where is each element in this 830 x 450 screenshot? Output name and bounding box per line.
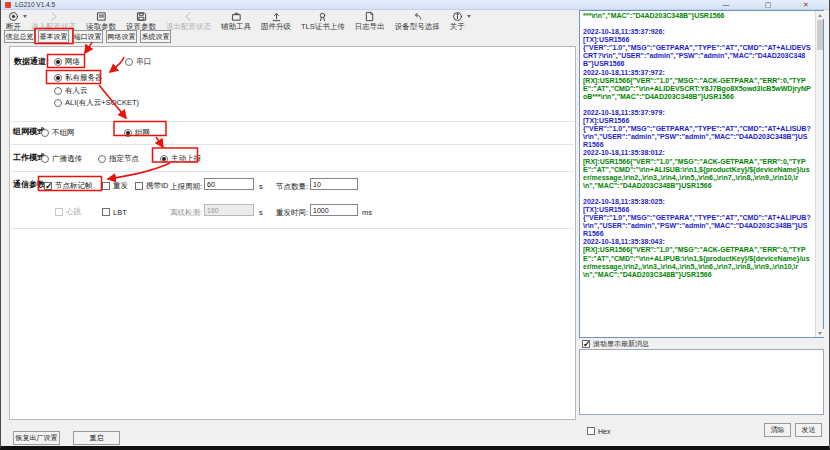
aux-tools-icon — [221, 11, 251, 22]
divider — [11, 121, 574, 122]
divider — [11, 144, 574, 145]
enter-config-icon — [31, 11, 76, 22]
log-entries: ***\r\n","MAC":"D4AD203C348B"}USR1566202… — [581, 11, 814, 337]
report-cycle-label: 上报周期: — [170, 182, 202, 192]
offline-detect-label: 离线检测: — [170, 208, 202, 218]
toolbar-item-disconnect[interactable]: 断开 — [3, 11, 24, 31]
clear-button[interactable]: 清除 — [764, 423, 791, 437]
app-icon — [5, 2, 11, 8]
scrollbar-down-icon[interactable] — [816, 329, 824, 337]
close-button[interactable]: ✕ — [787, 0, 825, 10]
hex-option[interactable]: Hex — [587, 427, 610, 435]
toolbar-item-about[interactable]: 关于 — [447, 11, 468, 31]
toolbar-item-firmware-upgrade[interactable]: 固件升级 — [258, 11, 294, 31]
maximize-button[interactable]: ▢ — [753, 0, 783, 10]
toolbar-item-device-model-select[interactable]: 设备型号选择 — [392, 11, 443, 31]
tab-network-settings[interactable]: 网络设置 — [106, 30, 137, 43]
firmware-upgrade-icon — [261, 11, 291, 22]
node-count-input[interactable] — [310, 178, 358, 190]
app-window: LG210 V1.4.5 — ▢ ✕ 断开进入配置状态读取参数设置参数退出配置状… — [0, 0, 830, 450]
autoscroll-label: 滚动显示最新消息 — [593, 339, 649, 349]
radio-no-mesh[interactable]: 不组网 — [41, 128, 75, 138]
read-params-icon — [86, 11, 116, 22]
report-cycle-input[interactable] — [204, 178, 254, 190]
log-entry: 2022-10-18,11:35:38:012: — [583, 149, 812, 157]
divider — [11, 171, 574, 172]
send-input[interactable] — [579, 349, 824, 415]
offline-detect-input — [204, 204, 254, 216]
toolbar-item-exit-config-state: 退出配置状态 — [163, 11, 214, 31]
radio-usr-cloud[interactable]: 有人云 — [54, 86, 88, 96]
toolbar-item-enter-config-state: 进入配置状态 — [28, 11, 79, 31]
window-titlebar: LG210 V1.4.5 — ▢ ✕ — [1, 0, 829, 10]
send-button[interactable]: 发送 — [795, 423, 822, 437]
log-entry: 2022-10-18,11:35:38:025: [TX]:USR1566 {"… — [583, 198, 812, 238]
minimize-button[interactable]: — — [711, 0, 741, 10]
form-panel: 数据通道: 组网模式: 工作模式: 通信参数: 网络串口 私有服务器有人云ALI… — [9, 46, 576, 420]
radio-active-report[interactable]: 主动上报 — [160, 154, 201, 164]
log-entry: [RX]:USR1566{"VER":"1.0","MSG":"ACK-GETP… — [583, 158, 812, 190]
autoscroll-option[interactable]: 滚动显示最新消息 — [582, 339, 649, 349]
log-entry — [583, 20, 812, 28]
resend-time-unit: ms — [362, 208, 372, 217]
log-entry: [RX]:USR1566{"VER":"1.0","MSG":"ACK-GETP… — [583, 246, 812, 278]
hex-label: Hex — [598, 428, 610, 435]
autoscroll-checkbox[interactable] — [582, 340, 590, 348]
toolbar-item-aux-tools[interactable]: 辅助工具 — [218, 11, 254, 31]
checkbox-lbt[interactable]: LBT — [102, 207, 127, 217]
log-scrollbar[interactable] — [815, 11, 823, 337]
radio-ali-cloud[interactable]: ALI(有人云+SOCKET) — [54, 98, 139, 108]
log-entry: 2022-10-18,11:35:37:972: — [583, 69, 812, 77]
radio-designated-node[interactable]: 指定节点 — [98, 154, 139, 164]
resend-time-input[interactable] — [310, 204, 358, 216]
log-entry: ***\r\n","MAC":"D4AD203C348B"}USR1566 — [583, 12, 812, 20]
restart-button[interactable]: 重启 — [73, 431, 120, 445]
tab-port-settings[interactable]: 端口设置 — [72, 30, 103, 43]
checkbox-carry-id[interactable]: 携带ID — [135, 181, 169, 191]
tab-info-overview[interactable]: 信息总览 — [4, 30, 35, 43]
exit-config-icon — [166, 11, 211, 22]
log-entry: 2022-10-18,11:35:37:979: [TX]:USR1566 {"… — [583, 109, 812, 149]
dropdown-caret-icon[interactable] — [23, 15, 27, 18]
hex-checkbox[interactable] — [587, 427, 595, 435]
log-entry: 2022-10-18,11:35:37:926: [TX]:USR1566 {"… — [583, 28, 812, 68]
window-title: LG210 V1.4.5 — [15, 1, 55, 8]
toolbar-item-read-params[interactable]: 读取参数 — [83, 11, 119, 31]
log-export-icon — [355, 11, 385, 22]
log-entry: 2022-10-18,11:35:38:043: — [583, 238, 812, 246]
offline-detect-unit: s — [259, 208, 263, 217]
scrollbar-thumb[interactable] — [817, 20, 823, 50]
about-icon — [450, 11, 465, 22]
radio-private-server[interactable]: 私有服务器 — [54, 73, 103, 83]
toolbar-item-log-export[interactable]: 日志导出 — [352, 11, 388, 31]
log-entry — [583, 101, 812, 109]
section-label-data-channel: 数据通道: — [14, 56, 49, 67]
log-output[interactable]: ***\r\n","MAC":"D4AD203C348B"}USR1566202… — [579, 10, 824, 338]
checkbox-heartbeat: 心跳 — [55, 207, 81, 217]
tab-basic-settings[interactable]: 基本设置 — [38, 30, 69, 43]
report-cycle-unit: s — [259, 182, 263, 191]
toolbar-item-set-params[interactable]: 设置参数 — [123, 11, 159, 31]
log-entry — [583, 190, 812, 198]
checkbox-resend[interactable]: 重发 — [102, 181, 128, 191]
set-params-icon — [126, 11, 156, 22]
toolbar: 断开进入配置状态读取参数设置参数退出配置状态辅助工具固件升级TLS证书上传日志导… — [3, 11, 472, 32]
checkbox-node-mark-frame[interactable]: 节点标记帧 — [44, 181, 93, 191]
toolbar-item-tls-cert-upload[interactable]: TLS证书上传 — [298, 11, 348, 31]
scrollbar-up-icon[interactable] — [816, 11, 824, 19]
node-count-label: 节点数量: — [276, 182, 308, 192]
resend-time-label: 重发时间: — [276, 208, 308, 218]
tls-cert-upload-icon — [301, 11, 345, 22]
radio-mesh[interactable]: 组网 — [124, 128, 150, 138]
radio-broadcast-transparent[interactable]: 广播透传 — [41, 154, 82, 164]
divider — [11, 228, 574, 229]
disconnect-icon — [6, 11, 21, 22]
log-entry: [RX]:USR1566{"VER":"1.0","MSG":"ACK-GETP… — [583, 77, 812, 101]
section-label-comm-params: 通信参数: — [13, 179, 48, 190]
factory-reset-button[interactable]: 恢复出厂设置 — [13, 431, 60, 445]
radio-network[interactable]: 网络 — [54, 57, 80, 67]
dropdown-caret-icon[interactable] — [467, 15, 471, 18]
tab-bar: 信息总览基本设置端口设置网络设置系统设置 — [4, 30, 174, 44]
radio-serial-port[interactable]: 串口 — [125, 57, 151, 67]
tab-system-settings[interactable]: 系统设置 — [140, 30, 171, 43]
